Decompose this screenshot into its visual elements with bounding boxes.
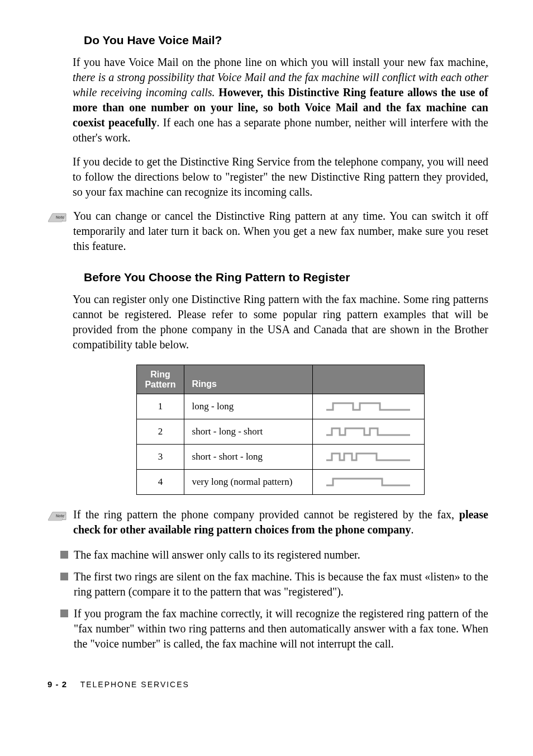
table-row: 4 very long (normal pattern) xyxy=(137,470,424,495)
cell-desc: short - short - long xyxy=(184,445,312,470)
cell-wave xyxy=(312,394,424,419)
bullet-text: The first two rings are silent on the fa… xyxy=(74,569,488,599)
cell-wave xyxy=(312,419,424,445)
footer-section-title: TELEPHONE SERVICES xyxy=(80,680,189,689)
bullet-square-icon xyxy=(60,551,68,559)
svg-text:Note: Note xyxy=(56,215,64,219)
cell-num: 4 xyxy=(137,470,184,495)
bullet-text: If you program the fax machine correctly… xyxy=(74,606,488,651)
note-text-2: If the ring pattern the phone company pr… xyxy=(73,507,488,537)
cell-desc: short - long - short xyxy=(184,419,312,445)
note-text-1: You can change or cancel the Distinctive… xyxy=(73,209,488,254)
note-icon: Note xyxy=(47,211,68,225)
heading-voicemail: Do You Have Voice Mail? xyxy=(84,34,488,47)
heading-ring-pattern: Before You Choose the Ring Pattern to Re… xyxy=(84,271,488,284)
note-block-1: Note You can change or cancel the Distin… xyxy=(47,209,488,254)
cell-desc: long - long xyxy=(184,394,312,419)
para-voicemail-1: If you have Voice Mail on the phone line… xyxy=(73,55,488,145)
text-fragment: If you have Voice Mail on the phone line… xyxy=(73,56,488,68)
cell-wave xyxy=(312,470,424,495)
bullet-square-icon xyxy=(60,609,68,617)
th-ring-pattern: Ring Pattern xyxy=(137,365,184,394)
ring-pattern-table-container: Ring Pattern Rings 1 long - long xyxy=(73,365,488,495)
list-item: The fax machine will answer only calls t… xyxy=(60,547,488,563)
cell-num: 1 xyxy=(137,394,184,419)
note-icon: Note xyxy=(47,509,68,524)
list-item: If you program the fax machine correctly… xyxy=(60,606,488,651)
wave-long-long xyxy=(326,401,416,412)
table-row: 2 short - long - short xyxy=(137,419,424,445)
wave-short-long-short xyxy=(326,426,416,437)
bullet-list: The fax machine will answer only calls t… xyxy=(73,547,488,651)
table-row: 3 short - short - long xyxy=(137,445,424,470)
text-fragment: If the ring pattern the phone company pr… xyxy=(73,508,459,521)
th-line2: Pattern xyxy=(145,380,175,389)
th-rings: Rings xyxy=(184,365,312,394)
cell-desc: very long (normal pattern) xyxy=(184,470,312,495)
cell-num: 3 xyxy=(137,445,184,470)
ring-pattern-table: Ring Pattern Rings 1 long - long xyxy=(136,365,424,495)
bullet-text: The fax machine will answer only calls t… xyxy=(74,547,360,563)
para-voicemail-2: If you decide to get the Distinctive Rin… xyxy=(73,154,488,200)
wave-short-short-long xyxy=(326,451,416,462)
table-header-row: Ring Pattern Rings xyxy=(137,365,424,394)
page-number: 9 - 2 xyxy=(47,679,67,689)
list-item: The first two rings are silent on the fa… xyxy=(60,569,488,599)
svg-text:Note: Note xyxy=(56,514,64,518)
cell-wave xyxy=(312,445,424,470)
para-ring-1: You can register only one Distinctive Ri… xyxy=(73,292,488,352)
cell-num: 2 xyxy=(137,419,184,445)
wave-very-long xyxy=(326,476,416,488)
note-block-2: Note If the ring pattern the phone compa… xyxy=(47,507,488,537)
page-footer: 9 - 2 TELEPHONE SERVICES xyxy=(47,679,488,689)
text-fragment: . xyxy=(411,523,413,536)
th-wave xyxy=(312,365,424,394)
th-line1: Ring xyxy=(150,370,170,379)
bullet-square-icon xyxy=(60,573,68,580)
table-row: 1 long - long xyxy=(137,394,424,419)
